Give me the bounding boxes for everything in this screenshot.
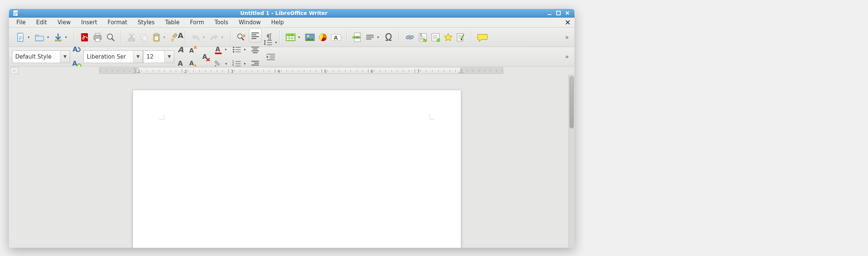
- chevron-down-icon[interactable]: ▾: [242, 47, 247, 51]
- chevron-down-icon[interactable]: ▾: [224, 62, 229, 66]
- menu-format[interactable]: Format: [102, 18, 133, 27]
- svg-rect-2: [14, 12, 17, 13]
- svg-text:A: A: [194, 45, 197, 50]
- insert-comment-button[interactable]: [475, 30, 490, 44]
- vertical-scrollbar[interactable]: [568, 75, 574, 248]
- increase-indent-button[interactable]: [262, 50, 280, 64]
- chevron-down-icon[interactable]: ▾: [242, 62, 247, 66]
- svg-point-20: [129, 38, 131, 41]
- paste-icon: [152, 32, 161, 42]
- line-spacing-button[interactable]: ▾: [262, 35, 280, 50]
- clear-formatting-button[interactable]: A: [200, 50, 212, 64]
- insert-footnote-button[interactable]: 1.: [416, 30, 429, 44]
- hyperlink-chain-icon: [405, 33, 415, 42]
- copy-button[interactable]: [138, 30, 151, 44]
- insert-field-button[interactable]: ▾: [364, 30, 382, 44]
- align-left-icon: [251, 32, 260, 39]
- track-changes-button[interactable]: [454, 30, 467, 44]
- chevron-down-icon[interactable]: ▾: [220, 35, 225, 39]
- chevron-down-icon[interactable]: ▾: [26, 35, 31, 39]
- menu-view[interactable]: View: [52, 18, 76, 27]
- menu-edit[interactable]: Edit: [31, 18, 52, 27]
- chevron-down-icon[interactable]: ▾: [201, 35, 206, 39]
- insert-textbox-button[interactable]: A: [329, 30, 343, 44]
- table-icon: [285, 33, 296, 42]
- redo-button[interactable]: ▾: [208, 30, 226, 44]
- paste-button[interactable]: ▾: [151, 30, 168, 44]
- svg-rect-48: [420, 38, 425, 38]
- insert-page-break-button[interactable]: [351, 30, 364, 44]
- toolbar-overflow-button[interactable]: »: [563, 30, 571, 44]
- italic-button[interactable]: A: [174, 43, 187, 57]
- svg-rect-17: [95, 38, 100, 41]
- svg-point-33: [307, 35, 309, 37]
- svg-rect-109: [267, 54, 275, 54]
- chevron-down-icon[interactable]: ▼: [60, 51, 70, 63]
- undo-button[interactable]: ▾: [189, 30, 208, 44]
- svg-point-60: [461, 39, 462, 40]
- menu-form[interactable]: Form: [185, 18, 209, 27]
- menu-window[interactable]: Window: [234, 18, 266, 27]
- bold-button[interactable]: A: [174, 28, 187, 43]
- line-spacing-icon: [263, 38, 273, 47]
- chevron-down-icon[interactable]: ▼: [164, 51, 174, 63]
- align-center-button[interactable]: [249, 43, 262, 57]
- svg-rect-40: [366, 35, 374, 36]
- close-button[interactable]: [563, 9, 571, 17]
- menu-table[interactable]: Table: [160, 18, 185, 27]
- menu-styles[interactable]: Styles: [133, 18, 160, 27]
- superscript-icon: AA: [189, 45, 198, 54]
- find-replace-icon: [236, 32, 247, 42]
- horizontal-ruler[interactable]: 1234567: [99, 67, 503, 74]
- update-style-button[interactable]: A: [70, 43, 83, 57]
- minimize-button[interactable]: [545, 9, 554, 17]
- cut-button[interactable]: [125, 30, 138, 44]
- insert-cross-reference-button[interactable]: [442, 30, 454, 44]
- vertical-scrollbar-thumb[interactable]: [570, 76, 574, 128]
- ruler-corner: ⌐: [10, 67, 19, 74]
- chevron-down-icon[interactable]: ▾: [63, 35, 69, 39]
- font-size-combo[interactable]: 12 ▼: [143, 50, 174, 63]
- chevron-down-icon[interactable]: ▼: [133, 51, 143, 63]
- font-color-button[interactable]: A ▾: [212, 43, 230, 57]
- open-button[interactable]: ▾: [33, 30, 52, 44]
- maximize-button[interactable]: [554, 9, 563, 17]
- paragraph-style-combo[interactable]: Default Style ▼: [12, 50, 70, 63]
- menu-help[interactable]: Help: [266, 18, 289, 27]
- menu-file[interactable]: File: [11, 18, 31, 27]
- svg-rect-107: [267, 42, 272, 43]
- svg-text:A: A: [178, 45, 184, 54]
- page[interactable]: [133, 90, 461, 248]
- app-window: Untitled 1 - LibreOffice Writer File Edi…: [9, 9, 574, 248]
- chevron-down-icon[interactable]: ▾: [162, 35, 167, 39]
- superscript-button[interactable]: AA: [187, 43, 200, 57]
- new-document-button[interactable]: ▾: [14, 30, 33, 44]
- close-document-button[interactable]: [563, 18, 572, 27]
- save-button[interactable]: ▾: [52, 30, 70, 44]
- chevron-down-icon[interactable]: ▾: [223, 47, 228, 51]
- insert-special-character-button[interactable]: [382, 30, 395, 44]
- chevron-down-icon[interactable]: ▾: [273, 40, 279, 44]
- print-button[interactable]: [91, 30, 104, 44]
- svg-rect-39: [353, 37, 354, 38]
- document-area[interactable]: [9, 75, 574, 248]
- svg-rect-38: [354, 38, 360, 42]
- menu-tools[interactable]: Tools: [209, 18, 234, 27]
- magnify-icon: [106, 32, 115, 42]
- insert-hyperlink-button[interactable]: [403, 30, 416, 44]
- print-icon: [92, 32, 103, 42]
- bullet-list-button[interactable]: ▾: [230, 43, 249, 57]
- svg-point-21: [132, 38, 135, 41]
- chevron-down-icon[interactable]: ▾: [45, 35, 51, 39]
- insert-chart-button[interactable]: [317, 30, 329, 44]
- insert-table-button[interactable]: ▾: [284, 30, 303, 44]
- align-left-button[interactable]: [249, 28, 262, 43]
- formatting-toolbar-overflow-button[interactable]: »: [563, 50, 571, 64]
- font-name-combo[interactable]: Liberation Ser ▼: [83, 50, 143, 63]
- menu-insert[interactable]: Insert: [76, 18, 102, 27]
- print-preview-button[interactable]: [104, 30, 117, 44]
- chevron-down-icon[interactable]: ▾: [376, 35, 381, 39]
- insert-bookmark-button[interactable]: [429, 30, 442, 44]
- chevron-down-icon[interactable]: ▾: [297, 35, 302, 39]
- insert-image-button[interactable]: [303, 30, 317, 44]
